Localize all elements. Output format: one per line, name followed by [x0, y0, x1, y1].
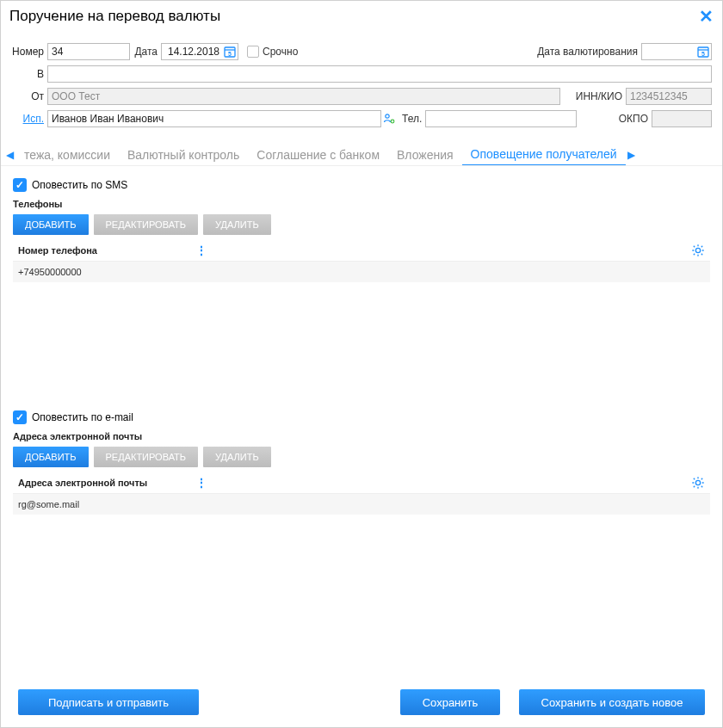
- inn-label: ИНН/КИО: [560, 90, 626, 102]
- date-label: Дата: [130, 46, 161, 58]
- phones-column-header[interactable]: Номер телефона: [13, 242, 192, 259]
- table-row[interactable]: +74950000000: [13, 262, 710, 282]
- from-input: [47, 88, 560, 105]
- phones-edit-button: РЕДАКТИРОВАТЬ: [94, 214, 199, 235]
- emails-delete-button: УДАЛИТЬ: [203, 447, 271, 467]
- phone-cell: +74950000000: [13, 262, 192, 282]
- grid-settings-icon[interactable]: [691, 244, 710, 257]
- column-menu-icon[interactable]: ⋮: [192, 476, 211, 490]
- calendar-icon[interactable]: 5: [696, 45, 710, 59]
- to-label: В: [11, 68, 47, 80]
- phones-add-button[interactable]: ДОБАВИТЬ: [13, 214, 89, 235]
- grid-settings-icon[interactable]: [691, 476, 710, 490]
- notify-sms-label: Оповестить по SMS: [32, 179, 127, 191]
- window-title: Поручение на перевод валюты: [9, 8, 220, 25]
- notify-email-checkbox[interactable]: Оповестить по e-mail: [13, 410, 133, 424]
- phones-delete-button: УДАЛИТЬ: [203, 214, 271, 235]
- value-date-label: Дата валютирования: [537, 46, 641, 58]
- add-contact-icon[interactable]: [383, 113, 395, 125]
- svg-point-6: [386, 114, 389, 118]
- tab-recipient-notify[interactable]: Оповещение получателей: [462, 144, 626, 165]
- tabs-scroll-right-icon[interactable]: ▶: [626, 149, 637, 161]
- emails-column-header[interactable]: Адреса электронной почты: [13, 474, 192, 491]
- tab-partial[interactable]: тежа, комиссии: [15, 145, 119, 165]
- executor-input[interactable]: [47, 110, 381, 127]
- table-row[interactable]: rg@some.mail: [13, 494, 710, 515]
- emails-edit-button: РЕДАКТИРОВАТЬ: [94, 447, 199, 467]
- emails-subtitle: Адреса электронной почты: [13, 431, 710, 441]
- tel-input[interactable]: [425, 110, 577, 127]
- save-create-new-button[interactable]: Сохранить и создать новое: [519, 689, 705, 715]
- column-menu-icon[interactable]: ⋮: [192, 244, 211, 257]
- tab-bank-agreement[interactable]: Соглашение с банком: [248, 145, 388, 165]
- inn-input: [626, 88, 712, 105]
- checkbox-checked-icon: [13, 178, 27, 192]
- close-icon[interactable]: ✕: [699, 6, 714, 27]
- tab-currency-control[interactable]: Валютный контроль: [119, 145, 248, 165]
- number-label: Номер: [11, 46, 47, 58]
- okpo-input: [652, 110, 712, 127]
- urgent-label: Срочно: [263, 46, 298, 58]
- phones-subtitle: Телефоны: [13, 199, 710, 209]
- notify-sms-checkbox[interactable]: Оповестить по SMS: [13, 178, 127, 192]
- emails-add-button[interactable]: ДОБАВИТЬ: [13, 447, 89, 467]
- executor-link[interactable]: Исп.: [11, 113, 47, 125]
- calendar-icon[interactable]: 5: [223, 45, 237, 59]
- svg-text:5: 5: [701, 51, 705, 57]
- tabs-scroll-left-icon[interactable]: ◀: [4, 149, 15, 161]
- notify-email-label: Оповестить по e-mail: [32, 411, 133, 423]
- email-cell: rg@some.mail: [13, 494, 192, 515]
- tab-attachments[interactable]: Вложения: [388, 145, 462, 165]
- sign-send-button[interactable]: Подписать и отправить: [18, 689, 199, 715]
- tel-label: Тел.: [395, 113, 425, 125]
- from-label: От: [11, 90, 47, 102]
- number-input[interactable]: [47, 43, 130, 60]
- checkbox-checked-icon: [13, 410, 27, 424]
- bank-input[interactable]: [47, 65, 712, 83]
- save-button[interactable]: Сохранить: [400, 689, 500, 715]
- urgent-checkbox[interactable]: [247, 46, 259, 58]
- okpo-label: ОКПО: [619, 113, 652, 125]
- svg-text:5: 5: [228, 51, 232, 57]
